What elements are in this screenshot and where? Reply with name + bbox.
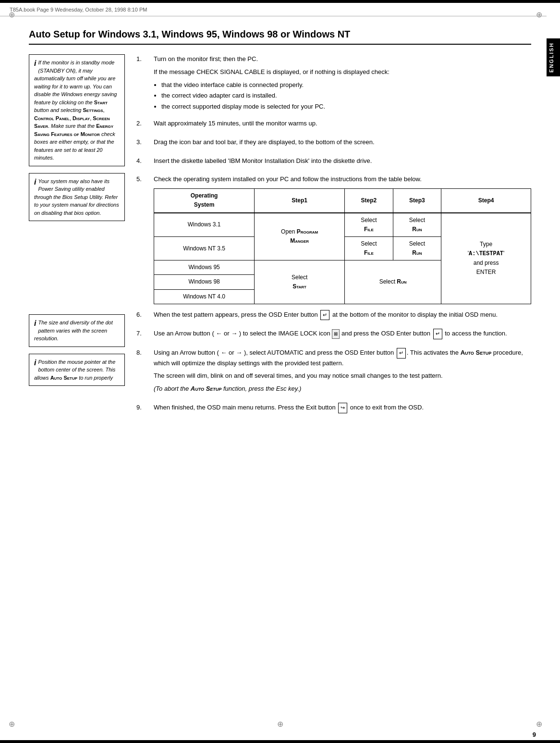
table-header-row: OperatingSystem Step1 Step2 Step3 Step4	[154, 189, 531, 213]
step-1: 1. Turn on the monitor first; then the P…	[136, 54, 531, 113]
step-8-text: Using an Arrow button ( ← or → ), select…	[154, 348, 531, 368]
step-9: 9. When finished, the OSD main menu retu…	[136, 403, 531, 416]
step-6-content: When the test pattern appears, press the…	[154, 310, 531, 323]
step-4-num: 4.	[136, 156, 146, 169]
step-2-content: Wait approximately 15 minutes, until the…	[154, 119, 531, 132]
step-3-num: 3.	[136, 137, 146, 150]
step-6-text: When the test pattern appears, press the…	[154, 310, 531, 321]
corner-mark-bc: ⊕	[275, 719, 285, 729]
step-4-content: Insert the diskette labelled 'IBM Monito…	[154, 156, 531, 169]
table-row-win31: Windows 3.1 Open ProgramManger SelectFil…	[154, 213, 531, 237]
corner-mark-br: ⊕	[534, 719, 544, 729]
step-5-num: 5.	[136, 174, 146, 304]
os-win95: Windows 95	[154, 260, 255, 275]
enter-icon-8: ↵	[397, 348, 406, 359]
step-4: 4. Insert the diskette labelled 'IBM Mon…	[136, 156, 531, 169]
col-os: OperatingSystem	[154, 189, 255, 213]
arrow-left-7: ←	[216, 330, 222, 337]
step-1-num: 1.	[136, 54, 146, 113]
note-power-saving: i Your system may also have its Power Sa…	[29, 173, 125, 222]
step-8-italic: (To abort the Auto Setup function, press…	[154, 384, 531, 394]
step-5-text: Check the operating system installed on …	[154, 174, 531, 185]
step1-open-pm: Open ProgramManger	[255, 213, 345, 260]
step-9-content: When finished, the OSD main menu returns…	[154, 403, 531, 416]
col-step1: Step1	[255, 189, 345, 213]
left-column: i If the monitor is in standby mode (STA…	[29, 54, 125, 422]
bullet-1: that the video interface cable is connec…	[161, 80, 531, 90]
col-step4: Step4	[441, 189, 531, 213]
step3-select-run-nt35: SelectRun	[393, 236, 441, 260]
step-8: 8. Using an Arrow button ( ← or → ), sel…	[136, 348, 531, 397]
page-number: 9	[533, 731, 536, 738]
step4-type-testpat: Type'A:\TESTPAT'and pressENTER	[441, 213, 531, 304]
step-7-content: Use an Arrow button ( ← or → ) to select…	[154, 329, 531, 342]
note-icon-3: i	[34, 318, 36, 329]
note-icon-4: i	[34, 357, 36, 369]
step2-select-file-nt35: SelectFile	[345, 236, 393, 260]
enter-icon-7: ↵	[433, 329, 442, 339]
col-step3: Step3	[393, 189, 441, 213]
step-1-subtext: If the message CHECK SIGNAL CABLE is dis…	[154, 67, 531, 77]
step-8-num: 8.	[136, 348, 146, 397]
image-lock-icon: ⊠	[332, 329, 340, 339]
os-winnt40: Windows NT 4.0	[154, 289, 255, 304]
note-dot-pattern-text: The size and diversity of the dot patter…	[34, 320, 113, 341]
step-1-text: Turn on the monitor first; then the PC.	[154, 54, 531, 64]
enter-icon-6: ↵	[320, 310, 329, 321]
header-bar: T85A.book Page 9 Wednesday, October 28, …	[0, 3, 547, 16]
right-column: 1. Turn on the monitor first; then the P…	[136, 54, 531, 422]
note-dot-pattern: i The size and diversity of the dot patt…	[29, 314, 125, 347]
note-icon-1: i	[34, 58, 36, 69]
arrow-right-7: →	[231, 330, 237, 337]
step-8-subtext: The screen will dim, blink on and off se…	[154, 371, 531, 381]
step-7-text: Use an Arrow button ( ← or → ) to select…	[154, 329, 531, 339]
header-ref: T85A.book Page 9 Wednesday, October 28, …	[10, 7, 147, 12]
col-step2: Step2	[345, 189, 393, 213]
step-9-num: 9.	[136, 403, 146, 416]
step-8-content: Using an Arrow button ( ← or → ), select…	[154, 348, 531, 397]
arrow-left-8: ←	[220, 349, 227, 356]
step3-select-run-win31: SelectRun	[393, 213, 441, 237]
os-table: OperatingSystem Step1 Step2 Step3 Step4 …	[154, 188, 531, 304]
page-title: Auto Setup for Windows 3.1, Windows 95, …	[29, 29, 531, 45]
corner-mark-bl: ⊕	[7, 719, 16, 729]
note-power-saving-text: Your system may also have its Power Savi…	[34, 178, 119, 216]
note-icon-2: i	[34, 176, 36, 188]
bottom-line	[0, 740, 560, 743]
exit-icon-9: ↪	[338, 403, 347, 413]
note-standby-text: If the monitor is in standby mode (STAND…	[34, 60, 117, 161]
step-3: 3. Drag the icon bar and tool bar, if th…	[136, 137, 531, 150]
step-3-text: Drag the icon bar and tool bar, if they …	[154, 137, 531, 148]
step-4-text: Insert the diskette labelled 'IBM Monito…	[154, 156, 531, 166]
step-1-bullets: that the video interface cable is connec…	[161, 80, 531, 112]
bullet-3: the correct supported display mode is se…	[161, 102, 531, 112]
main-content: Auto Setup for Windows 3.1, Windows 95, …	[24, 19, 536, 714]
step-5: 5. Check the operating system installed …	[136, 174, 531, 304]
os-win98: Windows 98	[154, 275, 255, 289]
step-5-content: Check the operating system installed on …	[154, 174, 531, 304]
step-3-content: Drag the icon bar and tool bar, if they …	[154, 137, 531, 150]
note-standby: i If the monitor is in standby mode (STA…	[29, 54, 125, 166]
step1-select-start: SelectStart	[255, 260, 345, 304]
step-2-text: Wait approximately 15 minutes, until the…	[154, 119, 531, 129]
step-7: 7. Use an Arrow button ( ← or → ) to sel…	[136, 329, 531, 342]
step-2: 2. Wait approximately 15 minutes, until …	[136, 119, 531, 132]
note-mouse-pointer-text: Position the mouse pointer at the bottom…	[34, 359, 115, 381]
os-win31: Windows 3.1	[154, 213, 255, 237]
step-6: 6. When the test pattern appears, press …	[136, 310, 531, 323]
step-1-content: Turn on the monitor first; then the PC. …	[154, 54, 531, 113]
step23-select-run: Select Run	[345, 260, 441, 304]
step-6-num: 6.	[136, 310, 146, 323]
note-mouse-pointer: i Position the mouse pointer at the bott…	[29, 354, 125, 386]
arrow-right-8: →	[236, 349, 242, 356]
step2-select-file-win31: SelectFile	[345, 213, 393, 237]
step-2-num: 2.	[136, 119, 146, 132]
language-tab: ENGLISH	[547, 38, 560, 76]
step-7-num: 7.	[136, 329, 146, 342]
spacer	[29, 228, 125, 314]
two-col-layout: i If the monitor is in standby mode (STA…	[29, 54, 531, 422]
step-9-text: When finished, the OSD main menu returns…	[154, 403, 531, 413]
os-winnt35: Windows NT 3.5	[154, 236, 255, 260]
bullet-2: the correct video adapter card is instal…	[161, 91, 531, 101]
